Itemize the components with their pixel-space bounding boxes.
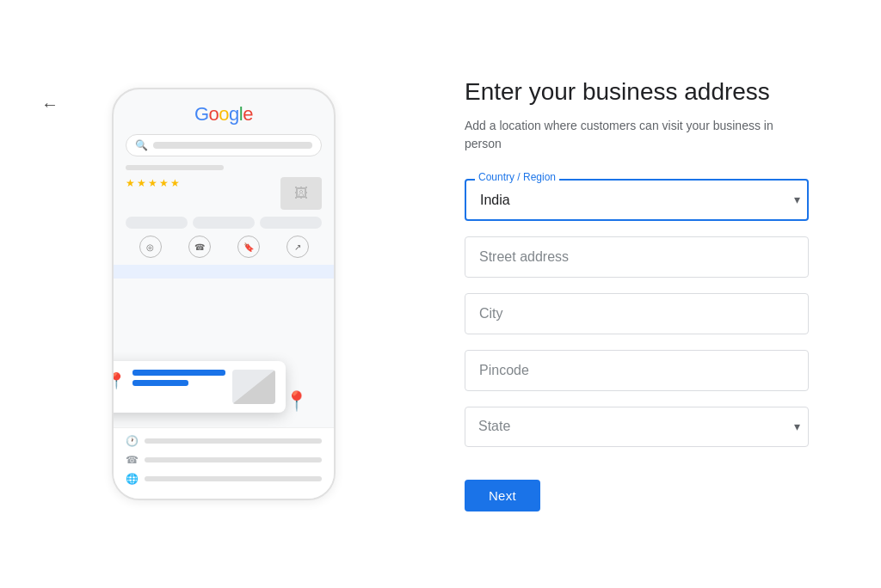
map-thumbnail: [232, 370, 275, 404]
street-address-input[interactable]: [465, 236, 809, 278]
page-title: Enter your business address: [465, 77, 812, 107]
street-address-group: [465, 236, 812, 278]
country-select[interactable]: India United States United Kingdom: [465, 179, 809, 221]
image-icon: 🖼: [294, 186, 308, 201]
phone-list-item-2: ☎: [126, 454, 322, 466]
phone-text-lines: [126, 165, 322, 170]
country-region-group: Country / Region India United States Uni…: [465, 179, 812, 221]
form-panel: Enter your business address Add a locati…: [413, 59, 847, 528]
pincode-input[interactable]: [465, 350, 809, 391]
phone-pills: [126, 217, 322, 229]
illustration-panel: ← Google 🔍: [34, 88, 413, 500]
phone-search-icon: 🔍: [135, 139, 148, 151]
map-card: 📍: [112, 361, 286, 413]
blue-pin-icon: 📍: [112, 371, 126, 390]
city-group: [465, 293, 812, 334]
red-pin-icon: 📍: [285, 390, 308, 413]
clock-icon: 🕐: [126, 435, 138, 447]
pincode-group: [465, 350, 812, 391]
directions-icon: ◎: [139, 236, 162, 258]
state-select-wrapper: Delhi Maharashtra Karnataka State ▾: [465, 407, 812, 447]
google-logo: Google: [126, 103, 322, 126]
phone-icon: ☎: [126, 454, 138, 466]
phone-bottom-list: 🕐 ☎ 🌐: [114, 427, 334, 499]
state-group: Delhi Maharashtra Karnataka State ▾: [465, 407, 812, 447]
globe-icon: 🌐: [126, 473, 138, 485]
phone-list-item-3: 🌐: [126, 473, 322, 485]
phone-mockup: Google 🔍 ★ ★ ★: [112, 88, 336, 500]
page-subtitle: Add a location where customers can visit…: [465, 117, 774, 153]
call-icon: ☎: [188, 236, 211, 258]
next-button[interactable]: Next: [465, 480, 540, 511]
phone-action-icons: ◎ ☎ 🔖 ↗: [126, 236, 322, 258]
share-icon: ↗: [286, 236, 309, 258]
state-select[interactable]: Delhi Maharashtra Karnataka: [465, 407, 809, 447]
phone-stars: ★ ★ ★ ★ ★: [126, 177, 274, 189]
back-button[interactable]: ←: [34, 88, 65, 121]
phone-list-item-1: 🕐: [126, 435, 322, 447]
phone-search-bar: 🔍: [126, 134, 322, 156]
phone-thumbnail: 🖼: [280, 177, 322, 210]
phone-blue-band: [114, 265, 334, 279]
bookmark-icon: 🔖: [237, 236, 260, 258]
city-input[interactable]: [465, 293, 809, 334]
country-select-wrapper: Country / Region India United States Uni…: [465, 179, 812, 221]
